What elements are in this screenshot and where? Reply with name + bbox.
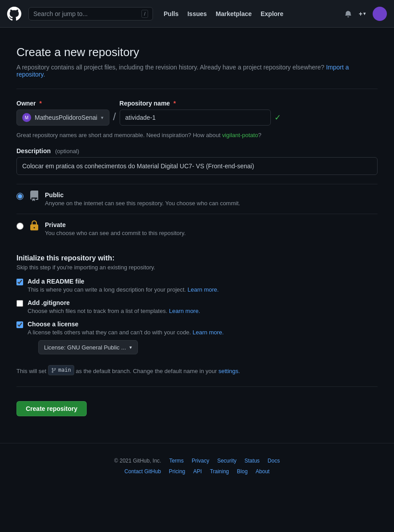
public-radio[interactable] xyxy=(16,193,24,200)
public-repo-icon xyxy=(29,191,40,204)
footer-training-link[interactable]: Training xyxy=(210,468,229,475)
footer-terms-link[interactable]: Terms xyxy=(169,458,184,464)
svg-point-0 xyxy=(375,9,384,18)
header: Search or jump to... / Pulls Issues Mark… xyxy=(0,0,394,28)
readme-learn-more-link[interactable]: Learn more. xyxy=(188,286,219,293)
license-title: Choose a license xyxy=(28,321,378,328)
gitignore-desc: Choose which files not to track from a l… xyxy=(28,308,378,314)
keyboard-shortcut: / xyxy=(141,10,148,18)
footer-privacy-link[interactable]: Privacy xyxy=(192,458,209,464)
public-title: Public xyxy=(45,191,378,199)
private-repo-icon xyxy=(29,220,40,234)
nav-pulls[interactable]: Pulls xyxy=(164,10,178,17)
license-dropdown-label: License: GNU General Public ... xyxy=(44,344,126,351)
github-logo-icon[interactable] xyxy=(7,7,21,21)
valid-checkmark-icon: ✓ xyxy=(274,113,281,122)
create-repository-button[interactable]: Create repository xyxy=(16,401,87,416)
page-title: Create a new repository xyxy=(16,45,378,59)
footer-pricing-link[interactable]: Pricing xyxy=(169,468,185,475)
repo-name-input[interactable] xyxy=(120,110,271,126)
footer-security-link[interactable]: Security xyxy=(217,458,236,464)
avatar[interactable] xyxy=(373,7,387,21)
nav-issues[interactable]: Issues xyxy=(187,10,207,17)
license-learn-more-link[interactable]: Learn more. xyxy=(193,329,224,336)
owner-required: * xyxy=(39,100,41,107)
description-label: Description (optional) xyxy=(16,147,378,154)
readme-content: Add a README file This is where you can … xyxy=(28,278,378,293)
init-subtitle: Skip this step if you're importing an ex… xyxy=(16,264,378,271)
owner-avatar: M xyxy=(22,113,31,122)
notifications-button[interactable] xyxy=(345,10,352,17)
owner-name: MatheusPolidoroSenai xyxy=(35,114,97,121)
description-section: Description (optional) xyxy=(16,147,378,184)
readme-checkbox[interactable] xyxy=(16,279,23,285)
license-dropdown-arrow-icon: ▾ xyxy=(129,345,132,350)
gitignore-title: Add .gitignore xyxy=(28,299,378,306)
footer: © 2021 GitHub, Inc. Terms Privacy Securi… xyxy=(0,443,394,483)
owner-dropdown-icon: ▾ xyxy=(101,115,104,121)
slash-separator: / xyxy=(113,109,116,126)
repo-name-field-group: Repository name * ✓ xyxy=(120,100,281,126)
settings-link[interactable]: settings. xyxy=(218,368,240,374)
license-desc: A license tells others what they can and… xyxy=(28,329,378,336)
init-section: Initialize this repository with: Skip th… xyxy=(16,254,378,354)
main-nav: Pulls Issues Marketplace Explore xyxy=(164,10,283,17)
init-title: Initialize this repository with: xyxy=(16,254,378,262)
suggestion-name-link[interactable]: vigilant-potato xyxy=(222,132,258,138)
private-radio-option: Private You choose who can see and commi… xyxy=(16,214,378,244)
header-actions: + ▾ xyxy=(345,7,387,21)
license-content: Choose a license A license tells others … xyxy=(28,321,378,354)
gitignore-checkbox[interactable] xyxy=(16,300,23,307)
license-checkbox[interactable] xyxy=(16,321,23,328)
footer-status-link[interactable]: Status xyxy=(245,458,260,464)
footer-about-link[interactable]: About xyxy=(256,468,269,475)
footer-copyright: © 2021 GitHub, Inc. xyxy=(114,458,161,464)
private-title: Private xyxy=(45,221,378,228)
public-radio-option: Public Anyone on the internet can see th… xyxy=(16,184,378,214)
dropdown-arrow-icon: ▾ xyxy=(363,11,366,16)
owner-label: Owner * xyxy=(16,100,109,107)
owner-field-group: Owner * M MatheusPolidoroSenai ▾ xyxy=(16,100,109,126)
nav-explore[interactable]: Explore xyxy=(261,10,283,17)
private-radio-content: Private You choose who can see and commi… xyxy=(45,221,378,236)
private-radio[interactable] xyxy=(16,223,24,230)
footer-links-row1: © 2021 GitHub, Inc. Terms Privacy Securi… xyxy=(0,458,394,464)
branch-badge: main xyxy=(48,365,74,375)
public-radio-content: Public Anyone on the internet can see th… xyxy=(45,191,378,207)
footer-links-row2: Contact GitHub Pricing API Training Blog… xyxy=(0,468,394,475)
suggestion-text: Great repository names are short and mem… xyxy=(16,132,378,138)
description-optional: (optional) xyxy=(55,148,79,154)
plus-icon: + xyxy=(359,10,362,17)
repo-name-label: Repository name * xyxy=(120,100,281,107)
license-dropdown-button[interactable]: License: GNU General Public ... ▾ xyxy=(38,340,138,354)
gitignore-content: Add .gitignore Choose which files not to… xyxy=(28,299,378,314)
page-subtitle: A repository contains all project files,… xyxy=(16,64,378,78)
new-menu-button[interactable]: + ▾ xyxy=(359,10,366,17)
nav-marketplace[interactable]: Marketplace xyxy=(216,10,252,17)
footer-blog-link[interactable]: Blog xyxy=(237,468,248,475)
owner-repo-row: Owner * M MatheusPolidoroSenai ▾ / Repos… xyxy=(16,100,378,126)
footer-api-link[interactable]: API xyxy=(193,468,202,475)
readme-desc: This is where you can write a long descr… xyxy=(28,286,378,293)
bottom-divider xyxy=(16,386,378,387)
search-placeholder: Search or jump to... xyxy=(33,10,88,17)
private-desc: You choose who can see and commit to thi… xyxy=(45,230,378,236)
section-divider xyxy=(16,89,378,89)
search-bar[interactable]: Search or jump to... / xyxy=(28,7,153,20)
main-content: Create a new repository A repository con… xyxy=(6,28,388,443)
owner-select-button[interactable]: M MatheusPolidoroSenai ▾ xyxy=(16,110,109,126)
branch-text: This will set main as the default branch… xyxy=(16,365,378,376)
footer-docs-link[interactable]: Docs xyxy=(268,458,280,464)
readme-row: Add a README file This is where you can … xyxy=(16,278,378,293)
description-input[interactable] xyxy=(16,157,378,175)
license-row: Choose a license A license tells others … xyxy=(16,321,378,354)
repo-required: * xyxy=(173,100,176,107)
public-desc: Anyone on the internet can see this repo… xyxy=(45,200,378,207)
readme-title: Add a README file xyxy=(28,278,378,285)
gitignore-learn-more-link[interactable]: Learn more. xyxy=(169,308,200,314)
gitignore-row: Add .gitignore Choose which files not to… xyxy=(16,299,378,314)
footer-contact-link[interactable]: Contact GitHub xyxy=(125,468,161,475)
